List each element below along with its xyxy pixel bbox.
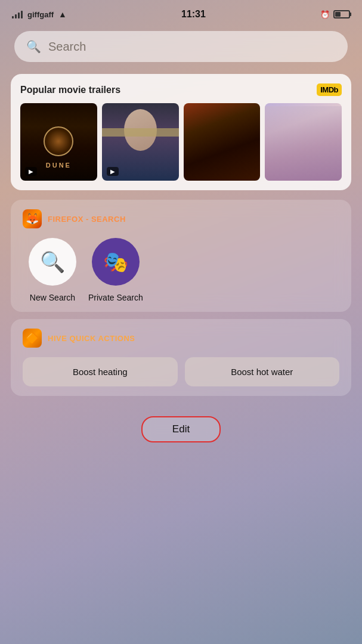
- boost-hot-water-button[interactable]: Boost hot water: [185, 357, 340, 386]
- hive-widget-header: 🔶 HIVE QUICK ACTIONS: [23, 329, 339, 348]
- hive-widget: 🔶 HIVE QUICK ACTIONS Boost heating Boost…: [11, 319, 351, 396]
- imdb-logo: IMDb: [317, 83, 342, 96]
- battery-level: [335, 12, 341, 17]
- edit-button[interactable]: Edit: [141, 416, 221, 442]
- firefox-widget-title: FIREFOX - SEARCH: [48, 215, 126, 224]
- search-placeholder: Search: [48, 40, 86, 54]
- hive-actions: Boost heating Boost hot water: [23, 357, 339, 386]
- carrier-name: giffgaff: [27, 10, 54, 19]
- hive-icon: 🔶: [23, 329, 42, 348]
- movie-poster-dune[interactable]: DUNE ▶: [20, 103, 97, 181]
- signal-bars: [12, 10, 23, 18]
- imdb-widget: Popular movie trailers IMDb DUNE ▶ ▶: [11, 74, 351, 190]
- search-bar[interactable]: 🔍 Search: [14, 31, 348, 62]
- movie-poster-lie[interactable]: ▶: [102, 103, 179, 181]
- firefox-actions: 🔍 New Search 🎭 Private Search: [23, 238, 339, 302]
- signal-bar-4: [21, 11, 23, 18]
- boost-heating-button[interactable]: Boost heating: [23, 357, 178, 386]
- imdb-widget-title: Popular movie trailers: [20, 85, 120, 95]
- new-search-circle: 🔍: [29, 238, 76, 286]
- dune-circle-art: [44, 126, 73, 156]
- signal-bar-2: [15, 14, 17, 18]
- play-overlay-dune: ▶: [25, 167, 37, 176]
- imdb-header: Popular movie trailers IMDb: [20, 83, 342, 96]
- movie-posters: DUNE ▶ ▶: [20, 103, 342, 181]
- private-search-circle: 🎭: [92, 238, 140, 286]
- edit-container: Edit: [0, 410, 362, 454]
- clock: 11:31: [181, 9, 206, 20]
- battery-container: [333, 10, 350, 18]
- signal-bar-3: [18, 13, 20, 18]
- new-search-icon: 🔍: [40, 250, 65, 274]
- firefox-widget: 🦊 FIREFOX - SEARCH 🔍 New Search 🎭 Privat…: [11, 200, 351, 312]
- search-icon: 🔍: [26, 39, 41, 54]
- lie-tape: [102, 128, 179, 137]
- new-search-action[interactable]: 🔍 New Search: [29, 238, 76, 302]
- private-search-action[interactable]: 🎭 Private Search: [88, 238, 143, 302]
- private-search-label: Private Search: [88, 293, 143, 302]
- alarm-icon: ⏰: [320, 10, 330, 19]
- status-right: ⏰: [320, 10, 350, 19]
- devil-art: [184, 103, 261, 181]
- fourth-poster-art: [265, 106, 342, 181]
- hive-widget-title: HIVE QUICK ACTIONS: [48, 334, 135, 343]
- play-overlay-lie: ▶: [107, 167, 119, 176]
- search-bar-container: 🔍 Search: [0, 26, 362, 74]
- movie-poster-fourth[interactable]: [265, 103, 342, 181]
- battery-icon: [333, 10, 350, 18]
- movie-poster-devil[interactable]: [184, 103, 261, 181]
- status-bar: giffgaff ▲ 11:31 ⏰: [0, 0, 362, 26]
- firefox-icon: 🦊: [23, 209, 42, 228]
- new-search-label: New Search: [30, 293, 75, 302]
- private-search-icon: 🎭: [103, 250, 128, 274]
- status-left: giffgaff ▲: [12, 10, 67, 19]
- firefox-widget-header: 🦊 FIREFOX - SEARCH: [23, 209, 339, 228]
- signal-bar-1: [12, 16, 14, 18]
- wifi-icon: ▲: [58, 10, 67, 19]
